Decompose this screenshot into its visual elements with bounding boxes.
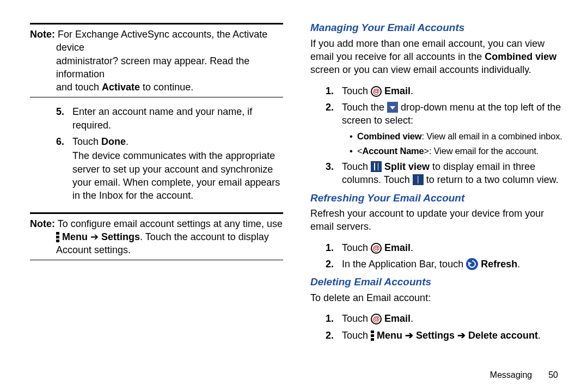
- divider: [30, 23, 283, 24]
- step-text: Touch Done.: [72, 136, 128, 147]
- step-2: 2. In the Application Bar, touch Refresh…: [326, 258, 564, 271]
- divider: [30, 212, 283, 214]
- option-account: <Account Name>: View email for the accou…: [350, 145, 564, 157]
- step-description: The device communicates with the appropr…: [72, 149, 283, 202]
- refresh-steps: 1. Touch Email. 2. In the Application Ba…: [310, 241, 564, 271]
- step-number: 1.: [326, 84, 334, 97]
- combined-view-word: Combined view: [485, 51, 556, 62]
- note-configure: Note: To configure email account setting…: [30, 217, 283, 230]
- note-label: Note:: [30, 29, 55, 40]
- step-number: 6.: [56, 135, 64, 148]
- step-1: 1. Touch Email.: [326, 241, 564, 254]
- email-word: Email: [382, 242, 411, 253]
- note-line: Account settings.: [30, 243, 283, 256]
- menu-word: Menu: [62, 231, 88, 242]
- menu-icon: [371, 330, 374, 341]
- paragraph: Refresh your account to update your devi…: [310, 207, 564, 234]
- divider: [30, 260, 283, 260]
- split-view-icon: [371, 161, 382, 172]
- step-5: 5. Enter an account name and your name, …: [56, 105, 283, 132]
- footer-section: Messaging: [490, 370, 532, 379]
- refresh-word: Refresh: [478, 259, 517, 270]
- email-word: Email: [382, 313, 411, 324]
- paragraph: If you add more than one email account, …: [310, 37, 564, 77]
- two-column-icon: [413, 174, 424, 185]
- step-text: Enter an account name and your name, if …: [72, 106, 252, 130]
- manual-page: Note: For Exchange ActiveSync accounts, …: [0, 0, 588, 392]
- menu-path: Menu ➔ Settings ➔ Delete account: [374, 330, 538, 341]
- note-text: To configure email account settings at a…: [58, 218, 283, 229]
- divider: [30, 97, 283, 97]
- dropdown-icon: [387, 102, 398, 113]
- menu-icon: [56, 231, 59, 242]
- heading-managing: Managing Your Email Accounts: [310, 21, 564, 35]
- email-app-icon: [371, 243, 382, 254]
- step-number: 3.: [326, 160, 334, 173]
- step-number: 2.: [326, 258, 334, 271]
- step-2: 2. Touch the drop-down menu at the top l…: [326, 101, 564, 157]
- left-column: Note: For Exchange ActiveSync accounts, …: [30, 21, 297, 381]
- heading-deleting: Deleting Email Accounts: [310, 275, 564, 289]
- note-line: and touch Activate to continue.: [30, 81, 283, 94]
- activate-word: Activate: [102, 82, 140, 93]
- managing-steps: 1. Touch Email. 2. Touch the drop-down m…: [310, 84, 564, 187]
- done-word: Done: [101, 136, 126, 147]
- delete-steps: 1. Touch Email. 2. Touch Menu ➔ Settings…: [310, 312, 564, 342]
- step-number: 5.: [56, 105, 64, 118]
- step-2: 2. Touch Menu ➔ Settings ➔ Delete accoun…: [326, 329, 564, 342]
- step-6: 6. Touch Done. The device communicates w…: [56, 135, 283, 202]
- step-number: 1.: [326, 241, 334, 254]
- note-line: Menu ➔ Settings. Touch the account to di…: [30, 230, 283, 243]
- note-label: Note:: [30, 218, 55, 229]
- split-view-word: Split view: [382, 161, 430, 172]
- step-number: 1.: [326, 312, 334, 325]
- note-text: For Exchange ActiveSync accounts, the Ac…: [56, 29, 267, 53]
- step-number: 2.: [326, 101, 334, 114]
- step-1: 1. Touch Email.: [326, 312, 564, 325]
- step-number: 2.: [326, 329, 334, 342]
- email-app-icon: [371, 86, 382, 97]
- footer-page-number: 50: [548, 370, 558, 379]
- right-column: Managing Your Email Accounts If you add …: [297, 21, 564, 381]
- note-activesync: Note: For Exchange ActiveSync accounts, …: [30, 28, 283, 54]
- refresh-icon: [466, 258, 478, 270]
- settings-word: Settings: [101, 231, 140, 242]
- view-options: Combined view: View all email in a combi…: [342, 130, 564, 157]
- step-3: 3. Touch Split view to display email in …: [326, 160, 564, 187]
- page-footer: Messaging50: [490, 369, 558, 381]
- step-1: 1. Touch Email.: [326, 84, 564, 97]
- heading-refreshing: Refreshing Your Email Account: [310, 191, 564, 205]
- note-line: administrator? screen may appear. Read t…: [30, 54, 283, 81]
- email-app-icon: [371, 314, 382, 324]
- option-combined: Combined view: View all email in a combi…: [350, 130, 564, 142]
- setup-steps: 5. Enter an account name and your name, …: [30, 105, 283, 202]
- email-word: Email: [382, 85, 411, 96]
- paragraph: To delete an Email account:: [310, 291, 564, 304]
